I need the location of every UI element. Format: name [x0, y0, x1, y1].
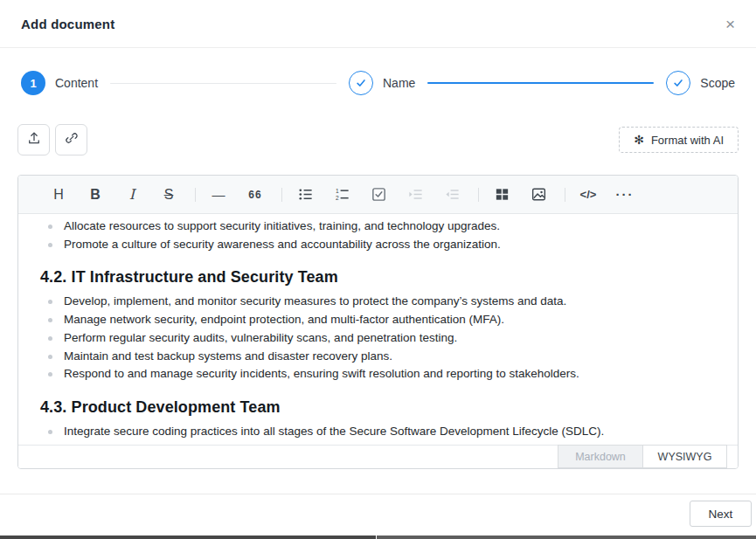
- window-bottom-edge: [377, 536, 756, 539]
- toolbar-separator: [195, 188, 196, 202]
- table-icon: [494, 186, 510, 203]
- toolbar-separator: [565, 188, 565, 202]
- dialog-title: Add document: [21, 17, 114, 31]
- step-name-label: Name: [383, 76, 415, 90]
- next-button[interactable]: Next: [690, 501, 752, 527]
- code-button[interactable]: </>: [574, 182, 602, 208]
- list-item: Respond to and manage security incidents…: [40, 365, 720, 384]
- tab-markdown[interactable]: Markdown: [558, 445, 642, 468]
- editor-mode-bar: Markdown WYSIWYG: [18, 445, 738, 468]
- blockquote-button[interactable]: 66: [241, 182, 269, 208]
- indent-button[interactable]: [401, 182, 429, 208]
- bullet-list: Develop, implement, and monitor security…: [40, 293, 720, 384]
- bullet-list-icon: [297, 186, 314, 203]
- window-bottom-edge: [0, 536, 376, 539]
- editor-content[interactable]: Allocate resources to support security i…: [18, 214, 738, 445]
- task-list-button[interactable]: [364, 182, 392, 208]
- step-scope-label: Scope: [700, 76, 735, 90]
- bold-button[interactable]: B: [81, 182, 109, 208]
- toolbar-separator: [478, 188, 479, 202]
- bullet-list: Allocate resources to support security i…: [40, 218, 720, 253]
- italic-button[interactable]: I: [118, 182, 146, 208]
- editor-toolbar: H B I S — 66 1 2: [18, 176, 738, 214]
- horizontal-rule-button[interactable]: —: [205, 182, 232, 208]
- step-content-label: Content: [55, 76, 98, 90]
- list-item: Maintain and test backup systems and dis…: [40, 348, 720, 366]
- list-item: Develop, implement, and monitor security…: [40, 293, 720, 311]
- footer-divider: [0, 494, 756, 494]
- outdent-button[interactable]: [438, 182, 466, 208]
- stepper: 1 Content Name Scope: [21, 61, 735, 105]
- upload-button[interactable]: [17, 124, 50, 155]
- step-content[interactable]: 1 Content: [21, 71, 98, 95]
- ordered-list-button[interactable]: 1 2: [328, 182, 356, 208]
- toolbar-separator: [281, 188, 282, 202]
- list-item: Conduct regular code reviews and adhere …: [40, 441, 720, 445]
- format-with-ai-label: Format with AI: [651, 134, 724, 147]
- list-item: Allocate resources to support security i…: [40, 218, 720, 236]
- image-button[interactable]: [524, 182, 552, 208]
- indent-icon: [407, 186, 424, 203]
- section-heading: 4.3. Product Development Team: [40, 398, 720, 417]
- strikethrough-button[interactable]: S: [155, 182, 183, 208]
- stepper-connector-2: [427, 82, 654, 84]
- section-heading: 4.2. IT Infrastructure and Security Team: [40, 268, 720, 287]
- stepper-connector-1: [110, 83, 336, 84]
- list-item: Perform regular security audits, vulnera…: [40, 329, 720, 348]
- document-editor: H B I S — 66 1 2: [17, 175, 739, 469]
- heading-button[interactable]: H: [45, 182, 73, 208]
- bullet-list: Integrate secure coding practices into a…: [40, 423, 720, 445]
- svg-text:2: 2: [335, 195, 338, 201]
- step-number-badge: 1: [21, 71, 45, 95]
- step-scope[interactable]: Scope: [666, 71, 735, 95]
- link-icon: [64, 130, 80, 149]
- table-button[interactable]: [488, 182, 516, 208]
- list-item: Integrate secure coding practices into a…: [40, 423, 720, 441]
- dialog-header: Add document ×: [0, 0, 756, 48]
- list-item: Manage network security, endpoint protec…: [40, 311, 720, 329]
- step-check-icon: [349, 71, 373, 95]
- more-options-button[interactable]: ···: [611, 182, 639, 208]
- close-icon[interactable]: ×: [725, 16, 735, 32]
- link-button[interactable]: [55, 124, 87, 155]
- add-document-dialog: Add document × 1 Content Name Scope: [0, 0, 756, 539]
- tab-wysiwyg[interactable]: WYSIWYG: [642, 445, 727, 468]
- bullet-list-button[interactable]: [291, 182, 319, 208]
- step-check-icon: [666, 71, 690, 95]
- ai-sparkle-icon: ✻: [634, 134, 644, 146]
- outdent-icon: [444, 186, 461, 203]
- image-icon: [531, 186, 547, 203]
- list-item: Promote a culture of security awareness …: [40, 236, 720, 254]
- task-checkbox-icon: [371, 186, 387, 203]
- svg-text:1: 1: [335, 188, 338, 194]
- ordered-list-icon: 1 2: [334, 186, 350, 203]
- upload-icon: [26, 130, 42, 149]
- step-name[interactable]: Name: [349, 71, 415, 95]
- format-with-ai-button[interactable]: ✻ Format with AI: [619, 127, 739, 153]
- attach-toolbar: ✻ Format with AI: [17, 124, 739, 155]
